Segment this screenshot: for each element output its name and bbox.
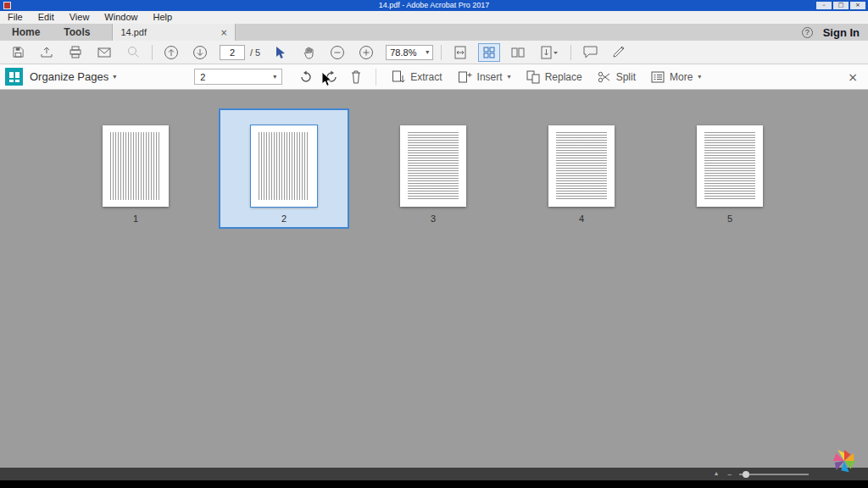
close-organize-icon[interactable]: × xyxy=(848,70,858,84)
document-tab-close-icon[interactable]: × xyxy=(220,28,227,37)
page-2-preview xyxy=(251,125,317,207)
search-button[interactable] xyxy=(122,43,144,62)
acrobat-window: 14.pdf - Adobe Acrobat Pro 2017 – □ × Fi… xyxy=(0,0,868,488)
organize-pages-title: Organize Pages xyxy=(30,70,108,83)
page-2-text-lines xyxy=(259,132,309,200)
extract-icon xyxy=(392,70,405,84)
zoom-in-button[interactable] xyxy=(355,43,377,62)
previous-page-button[interactable] xyxy=(160,43,182,62)
email-button[interactable] xyxy=(93,43,115,62)
page-thumbnails-view-button[interactable] xyxy=(478,43,500,62)
document-tab[interactable]: 14.pdf × xyxy=(112,24,236,41)
organize-pages-dropdown[interactable]: Organize Pages ▾ xyxy=(30,70,116,83)
extract-label: Extract xyxy=(410,71,442,83)
print-button[interactable] xyxy=(64,43,86,62)
chevron-down-icon: ▾ xyxy=(698,73,701,80)
page-thumbnail-3[interactable]: 3 xyxy=(368,108,498,229)
fit-page-button[interactable] xyxy=(449,43,471,62)
print-icon xyxy=(69,46,82,58)
zoom-slider-handle[interactable] xyxy=(743,471,749,478)
tab-bar: Home Tools 14.pdf × ? Sign In xyxy=(0,24,868,41)
page-thumbnail-4[interactable]: 4 xyxy=(516,108,647,229)
maximize-button[interactable]: □ xyxy=(833,2,849,9)
menu-bar: File Edit View Window Help xyxy=(0,11,868,24)
previous-page-icon xyxy=(164,45,179,60)
trash-icon xyxy=(350,69,362,84)
search-icon xyxy=(127,46,140,58)
rotate-counterclockwise-button[interactable] xyxy=(299,70,313,84)
sign-in-button[interactable]: Sign In xyxy=(823,26,860,39)
organize-pages-panel-icon xyxy=(8,71,20,83)
zoom-out-button[interactable] xyxy=(326,43,348,62)
email-icon xyxy=(97,47,111,58)
two-page-view-button[interactable] xyxy=(507,43,529,62)
page-range-combobox[interactable]: 2 ▾ xyxy=(194,69,282,85)
window-title: 14.pdf - Adobe Acrobat Pro 2017 xyxy=(0,0,868,11)
zoom-level-value: 78.8% xyxy=(390,47,416,58)
page-thumbnail-2-selected[interactable]: 2 xyxy=(219,108,349,229)
page-3-preview xyxy=(400,125,466,207)
page-1-text-lines xyxy=(110,132,161,200)
insert-button[interactable]: Insert ▾ xyxy=(458,70,511,84)
menu-item-help[interactable]: Help xyxy=(145,11,180,24)
page-range-value: 2 xyxy=(200,72,205,82)
page-number-input[interactable]: 2 xyxy=(220,45,245,60)
two-page-view-icon xyxy=(511,47,525,58)
menu-item-edit[interactable]: Edit xyxy=(31,11,62,24)
menu-item-window[interactable]: Window xyxy=(97,11,145,24)
page-thumbnail-1[interactable]: 1 xyxy=(70,108,201,229)
scissors-icon xyxy=(598,71,611,83)
menu-item-file[interactable]: File xyxy=(0,11,31,24)
fit-page-icon xyxy=(454,46,466,59)
replace-button[interactable]: Replace xyxy=(526,70,582,84)
select-tool-button[interactable] xyxy=(269,43,291,62)
menu-item-view[interactable]: View xyxy=(62,11,97,24)
letterbox-bottom xyxy=(0,480,868,488)
save-icon xyxy=(12,46,25,58)
page-4-preview xyxy=(548,125,615,207)
page-4-text-lines xyxy=(556,132,607,200)
split-label: Split xyxy=(616,71,636,83)
zoom-slider-track[interactable] xyxy=(739,474,809,475)
zoom-out-icon xyxy=(330,45,345,60)
help-button[interactable]: ? xyxy=(802,27,813,38)
comment-icon xyxy=(583,46,598,58)
more-button[interactable]: More ▾ xyxy=(651,71,701,83)
page-2-number: 2 xyxy=(220,214,348,224)
chevron-down-icon: ▾ xyxy=(113,73,116,80)
pen-button[interactable] xyxy=(608,43,630,62)
thumbnail-canvas: 1 2 3 4 5 xyxy=(0,90,868,468)
zoom-level-dropdown[interactable]: 78.8% ▾ xyxy=(386,45,433,60)
tab-tools[interactable]: Tools xyxy=(52,24,102,41)
rotate-ccw-icon xyxy=(299,70,313,84)
hand-tool-button[interactable] xyxy=(298,43,320,62)
chevron-down-icon: ▾ xyxy=(426,48,429,56)
page-1-preview xyxy=(103,125,169,207)
chevron-down-icon: ▾ xyxy=(508,73,511,80)
delete-pages-button[interactable] xyxy=(350,69,362,84)
more-icon xyxy=(651,71,665,83)
mouse-cursor xyxy=(321,71,333,88)
scrolling-view-button[interactable] xyxy=(536,43,563,62)
comment-button[interactable] xyxy=(579,43,601,62)
page-5-number: 5 xyxy=(665,214,795,224)
status-bar: ▴ – xyxy=(0,468,868,480)
more-label: More xyxy=(670,71,693,83)
page-5-text-lines xyxy=(704,132,755,200)
page-3-text-lines xyxy=(408,132,459,200)
minimize-button[interactable]: – xyxy=(816,2,832,9)
chevron-up-icon[interactable]: ▴ xyxy=(715,469,718,478)
save-button[interactable] xyxy=(7,43,29,62)
organize-pages-panel-button[interactable] xyxy=(5,68,23,86)
share-button[interactable] xyxy=(36,43,58,62)
split-button[interactable]: Split xyxy=(598,71,636,83)
zoom-slider-minus-icon[interactable]: – xyxy=(727,469,732,480)
close-button[interactable]: × xyxy=(850,2,865,9)
next-page-button[interactable] xyxy=(189,43,211,62)
extract-button[interactable]: Extract xyxy=(392,70,442,84)
page-total-label: / 5 xyxy=(250,47,260,58)
tab-home[interactable]: Home xyxy=(0,24,52,41)
pen-icon xyxy=(612,46,626,58)
page-thumbnail-5[interactable]: 5 xyxy=(665,108,795,229)
chevron-down-icon: ▾ xyxy=(273,73,276,80)
